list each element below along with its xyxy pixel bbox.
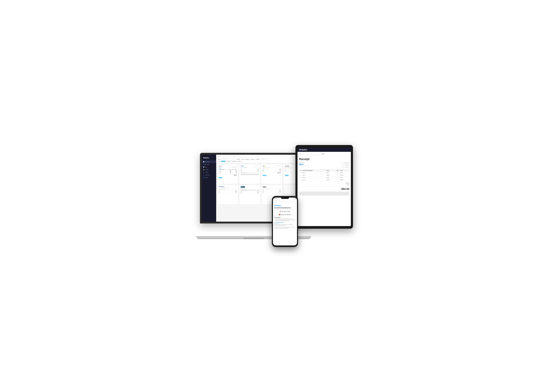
invoice-row-2: 2 Item 2 $10.00 1 $10.00	[299, 174, 349, 176]
trust-section: Trust Must Be Earned We will never... We…	[274, 222, 296, 229]
status-tabs: Any Review In process Published Irreleva…	[218, 161, 304, 162]
invoice-table: # Product Description Price Qty Total 1	[299, 169, 349, 181]
invoice-company: Walm	[299, 163, 310, 165]
vendor-input[interactable]: Enter Vendor	[222, 158, 236, 160]
tablet: WellyBox Type Any Receipt INVOICE	[296, 145, 353, 229]
uber-header: Uber	[262, 186, 282, 188]
tablet-body: WellyBox Type Any Receipt INVOICE	[296, 145, 353, 229]
why-item-2-text: Connect all the email accounts to receiv…	[275, 219, 296, 220]
receipt-card-booking[interactable]: booking.com PLACING ADVERTISEMENT SPACE …	[217, 185, 238, 204]
phone-content: WellyBox Get started absolutely free. Si…	[273, 203, 297, 230]
receipt-card-1[interactable]: Receipt INVOICE TOINVOICE DATE Walmart #…	[217, 164, 238, 184]
invoice-row-1: 1 Item 1 $5.00 1 $4.90	[299, 172, 349, 174]
paypal-terms: TERMS AND CONDITIONS	[241, 172, 259, 174]
battery-icon: ▮	[295, 198, 296, 199]
why-item-3: Export to accounting software with one c…	[274, 220, 296, 221]
filter-row-1: From To	[218, 156, 304, 158]
receipt-detail: Receipt INVOICE TO Walm INVOICE DATE DUE…	[297, 156, 351, 226]
phone-logo: WellyBox	[274, 205, 296, 206]
status-tab-inprocess[interactable]: In process	[226, 161, 231, 162]
sign-up-google-button[interactable]: Sign Up with Google	[274, 210, 296, 213]
phone-status-icons: ▲ ⌘ ▮	[293, 198, 296, 199]
receipt-invoice-header: INVOICE TOINVOICE DATE	[218, 167, 237, 168]
invoice-totals: Subtotal Taxes Notes	[299, 182, 349, 186]
status-tab-irrelevant[interactable]: Irrelevant	[237, 161, 242, 162]
from-input[interactable]	[222, 156, 233, 158]
phone-search-area: 🔍 ≡	[273, 200, 297, 203]
sign-up-office-button[interactable]: W Sign Up with Office 365	[274, 213, 296, 216]
category-select[interactable]: Select One	[261, 158, 268, 160]
vendor-label: Vendor	[218, 159, 221, 160]
paypal-subheader: PRODUCT DESCRIPTION	[240, 167, 260, 168]
sidebar-item-label: Sync	[205, 167, 207, 168]
type-tabs: Any Business Personal	[241, 159, 255, 160]
amazon-logo: amazon	[285, 165, 289, 167]
ebay-subheader: PRODUCT DESCRIPTION	[262, 167, 282, 168]
menu-icon: ≡	[295, 200, 295, 201]
ikea-company: COMPANY NAME	[240, 188, 260, 189]
download-button-amazon[interactable]: Download	[285, 175, 289, 176]
download-button-1[interactable]: Download	[219, 177, 222, 178]
phone-time: 10:10	[274, 198, 276, 199]
sidebar-item-sync[interactable]: 🔄 Sync	[202, 166, 216, 168]
status-tab-any[interactable]: Any	[218, 161, 221, 162]
to-input[interactable]	[239, 156, 249, 158]
paypal-items: Item 1$5.00 Item 2$10.00 Item 3$5.00	[240, 169, 260, 172]
tablet-screen: WellyBox Type Any Receipt INVOICE	[297, 148, 351, 226]
from-label: From	[218, 156, 221, 157]
status-tab-review[interactable]: Review	[221, 161, 225, 162]
sidebar-item-profile[interactable]: 👤 Profile	[202, 176, 216, 179]
receipt-card-ebay[interactable]: ebay COMPANY NAME PRODUCT DESCRIPTION It…	[261, 164, 282, 184]
invoice-header: INVOICE TO Walm INVOICE DATE DUE DATE IN…	[299, 162, 349, 168]
receipt-detail-title: Receipt	[299, 157, 349, 161]
tablet-brand: WellyBox	[299, 149, 307, 151]
sidebar-item-expenses[interactable]: 📄 Expenses	[202, 161, 216, 163]
why-title: Why WellyBox	[274, 217, 296, 218]
filter-bar: From To Vendor Enter Vendor Accounts	[216, 155, 305, 163]
why-wellybox-section: Why WellyBox Automatically collect all r…	[274, 217, 296, 221]
status-tab-published[interactable]: Published	[232, 161, 237, 162]
paypal-header: PayPal COMPANY NAME	[240, 165, 260, 167]
search-icon: 🔍	[275, 200, 276, 201]
sidebar-item-categories[interactable]: ⚙ Categories	[202, 174, 216, 176]
ebay-items: Item$5.00 Item$10.00 Item$5.00	[262, 169, 282, 172]
accounts-label: Accounts	[237, 159, 240, 160]
sidebar-item-accounts[interactable]: 👤 Accounts	[202, 163, 216, 166]
tab-any[interactable]: Any	[241, 159, 244, 160]
col-num: #	[299, 169, 302, 172]
invoice-to-label: INVOICE TO	[299, 162, 310, 163]
sidebar-item-portals[interactable]: 🏠 Portals	[202, 168, 216, 171]
invoice-grand-total: $94.90	[299, 186, 349, 190]
receipt-total: $94.90	[218, 174, 237, 176]
phone-tagline: Get started absolutely free.	[274, 207, 296, 209]
ikea-header: IKEA	[240, 186, 260, 188]
sign-up-google-label: Sign Up with Google	[282, 211, 290, 212]
portals-icon: 🏠	[203, 169, 204, 170]
ebay-total: $92.74	[262, 172, 282, 174]
tablet-from-input[interactable]	[302, 153, 311, 155]
wifi-icon: ⌘	[294, 198, 295, 199]
tab-business[interactable]: Business	[245, 159, 250, 160]
sidebar-item-entities[interactable]: ⊞ Entities	[202, 171, 216, 174]
download-button-ebay[interactable]: Download	[263, 175, 266, 176]
receipt-card-ikea[interactable]: IKEA COMPANY NAME PRODUCT DESCRIPTION It…	[239, 185, 260, 204]
phone-search-bar[interactable]: 🔍 ≡	[274, 200, 296, 202]
phone-notch	[281, 198, 289, 199]
sidebar-item-label: Accounts	[205, 164, 209, 165]
booking-subheader: PRODUCT DESCRIPTION	[218, 189, 237, 190]
tablet-header: WellyBox	[297, 148, 351, 152]
sidebar-item-label: Categories	[205, 174, 210, 175]
uber-items: Item$5.00 Item$10.00 Item$5.00	[262, 190, 282, 193]
tablet-any-tab[interactable]: Any	[322, 153, 324, 154]
tab-personal[interactable]: Personal	[250, 159, 255, 160]
expenses-icon: 📄	[203, 161, 204, 162]
vendor-placeholder: Enter Vendor	[223, 158, 228, 159]
ebay-header: ebay COMPANY NAME	[262, 165, 282, 167]
col-desc: Product Description	[302, 169, 326, 172]
sign-up-office-label: Sign Up with Office 365	[281, 214, 291, 215]
tablet-to-input[interactable]	[312, 153, 321, 155]
receipt-card-paypal[interactable]: PayPal COMPANY NAME PRODUCT DESCRIPTION …	[239, 164, 260, 184]
booking-logo: booking.com	[219, 186, 225, 187]
trust-text: We take all the steps that it takes to e…	[274, 224, 296, 226]
trust-title: Trust Must Be Earned	[274, 222, 296, 223]
